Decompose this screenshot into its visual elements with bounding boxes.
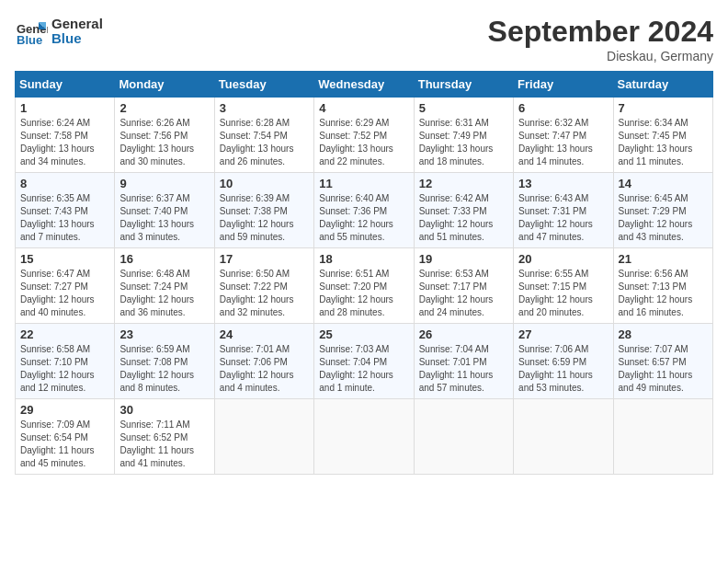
- calendar-day-14: 14 Sunrise: 6:45 AMSunset: 7:29 PMDaylig…: [613, 173, 712, 248]
- day-info: Sunrise: 6:35 AMSunset: 7:43 PMDaylight:…: [20, 192, 109, 244]
- calendar-week-2: 8 Sunrise: 6:35 AMSunset: 7:43 PMDayligh…: [16, 173, 713, 248]
- day-number: 8: [20, 177, 109, 190]
- col-monday: Monday: [115, 72, 214, 98]
- col-thursday: Thursday: [414, 72, 513, 98]
- page-header: General Blue General Blue September 2024…: [15, 15, 713, 63]
- day-number: 20: [518, 252, 608, 266]
- empty-cell: [514, 399, 613, 475]
- day-number: 25: [319, 327, 408, 341]
- day-number: 18: [319, 252, 408, 266]
- day-info: Sunrise: 6:43 AMSunset: 7:31 PMDaylight:…: [518, 192, 608, 244]
- title-area: September 2024 Dieskau, Germany: [488, 15, 713, 63]
- day-info: Sunrise: 6:40 AMSunset: 7:36 PMDaylight:…: [319, 192, 408, 244]
- calendar-day-5: 5 Sunrise: 6:31 AMSunset: 7:49 PMDayligh…: [414, 98, 513, 173]
- calendar-header-row: Sunday Monday Tuesday Wednesday Thursday…: [16, 72, 713, 98]
- day-number: 27: [518, 327, 608, 341]
- month-title: September 2024: [488, 15, 713, 49]
- calendar-day-2: 2 Sunrise: 6:26 AMSunset: 7:56 PMDayligh…: [115, 98, 214, 173]
- day-number: 30: [119, 403, 209, 417]
- day-info: Sunrise: 6:58 AMSunset: 7:10 PMDaylight:…: [20, 343, 109, 395]
- day-info: Sunrise: 7:07 AMSunset: 6:57 PMDaylight:…: [619, 343, 708, 395]
- calendar-day-12: 12 Sunrise: 6:42 AMSunset: 7:33 PMDaylig…: [414, 173, 513, 248]
- day-number: 29: [20, 403, 109, 417]
- empty-cell: [214, 399, 313, 475]
- calendar-day-27: 27 Sunrise: 7:06 AMSunset: 6:59 PMDaylig…: [514, 324, 613, 399]
- calendar-week-1: 1 Sunrise: 6:24 AMSunset: 7:58 PMDayligh…: [16, 98, 713, 173]
- calendar-day-18: 18 Sunrise: 6:51 AMSunset: 7:20 PMDaylig…: [314, 248, 414, 324]
- col-saturday: Saturday: [613, 72, 712, 98]
- calendar-day-21: 21 Sunrise: 6:56 AMSunset: 7:13 PMDaylig…: [613, 248, 712, 324]
- day-number: 26: [419, 327, 508, 341]
- calendar-day-29: 29 Sunrise: 7:09 AMSunset: 6:54 PMDaylig…: [16, 399, 115, 475]
- day-info: Sunrise: 7:04 AMSunset: 7:01 PMDaylight:…: [419, 343, 508, 395]
- day-number: 6: [518, 101, 608, 115]
- day-number: 19: [419, 252, 508, 266]
- day-number: 23: [119, 327, 209, 341]
- day-number: 13: [518, 177, 608, 190]
- day-number: 10: [220, 177, 309, 190]
- calendar-table: Sunday Monday Tuesday Wednesday Thursday…: [15, 71, 713, 475]
- calendar-day-30: 30 Sunrise: 7:11 AMSunset: 6:52 PMDaylig…: [115, 399, 214, 475]
- day-info: Sunrise: 6:47 AMSunset: 7:27 PMDaylight:…: [20, 268, 109, 319]
- empty-cell: [314, 399, 414, 475]
- day-info: Sunrise: 6:48 AMSunset: 7:24 PMDaylight:…: [119, 268, 209, 319]
- col-tuesday: Tuesday: [214, 72, 313, 98]
- calendar-day-23: 23 Sunrise: 6:59 AMSunset: 7:08 PMDaylig…: [115, 324, 214, 399]
- calendar-day-7: 7 Sunrise: 6:34 AMSunset: 7:45 PMDayligh…: [613, 98, 712, 173]
- empty-cell: [613, 399, 712, 475]
- day-number: 1: [20, 101, 109, 115]
- day-number: 7: [619, 101, 708, 115]
- calendar-week-3: 15 Sunrise: 6:47 AMSunset: 7:27 PMDaylig…: [16, 248, 713, 324]
- day-info: Sunrise: 6:24 AMSunset: 7:58 PMDaylight:…: [20, 117, 109, 168]
- calendar-day-13: 13 Sunrise: 6:43 AMSunset: 7:31 PMDaylig…: [514, 173, 613, 248]
- day-info: Sunrise: 7:06 AMSunset: 6:59 PMDaylight:…: [518, 343, 608, 395]
- calendar-day-20: 20 Sunrise: 6:55 AMSunset: 7:15 PMDaylig…: [514, 248, 613, 324]
- calendar-day-17: 17 Sunrise: 6:50 AMSunset: 7:22 PMDaylig…: [214, 248, 313, 324]
- day-number: 11: [319, 177, 408, 190]
- day-number: 21: [619, 252, 708, 266]
- calendar-day-1: 1 Sunrise: 6:24 AMSunset: 7:58 PMDayligh…: [16, 98, 115, 173]
- logo-general: General: [51, 17, 103, 32]
- calendar-day-26: 26 Sunrise: 7:04 AMSunset: 7:01 PMDaylig…: [414, 324, 513, 399]
- calendar-week-5: 29 Sunrise: 7:09 AMSunset: 6:54 PMDaylig…: [16, 399, 713, 475]
- calendar-day-28: 28 Sunrise: 7:07 AMSunset: 6:57 PMDaylig…: [613, 324, 712, 399]
- calendar-week-4: 22 Sunrise: 6:58 AMSunset: 7:10 PMDaylig…: [16, 324, 713, 399]
- day-info: Sunrise: 7:11 AMSunset: 6:52 PMDaylight:…: [119, 419, 209, 470]
- calendar-day-3: 3 Sunrise: 6:28 AMSunset: 7:54 PMDayligh…: [214, 98, 313, 173]
- day-number: 17: [220, 252, 309, 266]
- calendar-day-6: 6 Sunrise: 6:32 AMSunset: 7:47 PMDayligh…: [514, 98, 613, 173]
- day-info: Sunrise: 6:59 AMSunset: 7:08 PMDaylight:…: [119, 343, 209, 395]
- day-number: 12: [419, 177, 508, 190]
- day-info: Sunrise: 6:31 AMSunset: 7:49 PMDaylight:…: [419, 117, 508, 168]
- day-number: 15: [20, 252, 109, 266]
- day-number: 22: [20, 327, 109, 341]
- day-info: Sunrise: 6:51 AMSunset: 7:20 PMDaylight:…: [319, 268, 408, 319]
- calendar-day-15: 15 Sunrise: 6:47 AMSunset: 7:27 PMDaylig…: [16, 248, 115, 324]
- col-sunday: Sunday: [16, 72, 115, 98]
- calendar-day-22: 22 Sunrise: 6:58 AMSunset: 7:10 PMDaylig…: [16, 324, 115, 399]
- day-number: 2: [119, 101, 209, 115]
- svg-text:Blue: Blue: [17, 33, 42, 47]
- day-number: 9: [119, 177, 209, 190]
- col-wednesday: Wednesday: [314, 72, 414, 98]
- day-info: Sunrise: 6:50 AMSunset: 7:22 PMDaylight:…: [220, 268, 309, 319]
- day-info: Sunrise: 6:56 AMSunset: 7:13 PMDaylight:…: [619, 268, 708, 319]
- calendar-day-8: 8 Sunrise: 6:35 AMSunset: 7:43 PMDayligh…: [16, 173, 115, 248]
- day-info: Sunrise: 7:09 AMSunset: 6:54 PMDaylight:…: [20, 419, 109, 470]
- day-info: Sunrise: 6:26 AMSunset: 7:56 PMDaylight:…: [119, 117, 209, 168]
- day-info: Sunrise: 6:42 AMSunset: 7:33 PMDaylight:…: [419, 192, 508, 244]
- day-number: 24: [220, 327, 309, 341]
- calendar-day-25: 25 Sunrise: 7:03 AMSunset: 7:04 PMDaylig…: [314, 324, 414, 399]
- logo-blue: Blue: [51, 31, 103, 47]
- day-info: Sunrise: 6:34 AMSunset: 7:45 PMDaylight:…: [619, 117, 708, 168]
- day-info: Sunrise: 6:37 AMSunset: 7:40 PMDaylight:…: [119, 192, 209, 244]
- day-number: 28: [619, 327, 708, 341]
- logo: General Blue General Blue: [15, 15, 103, 48]
- calendar-day-4: 4 Sunrise: 6:29 AMSunset: 7:52 PMDayligh…: [314, 98, 414, 173]
- day-info: Sunrise: 6:53 AMSunset: 7:17 PMDaylight:…: [419, 268, 508, 319]
- empty-cell: [414, 399, 513, 475]
- day-number: 16: [119, 252, 209, 266]
- day-info: Sunrise: 6:45 AMSunset: 7:29 PMDaylight:…: [619, 192, 708, 244]
- day-info: Sunrise: 6:32 AMSunset: 7:47 PMDaylight:…: [518, 117, 608, 168]
- day-info: Sunrise: 6:28 AMSunset: 7:54 PMDaylight:…: [220, 117, 309, 168]
